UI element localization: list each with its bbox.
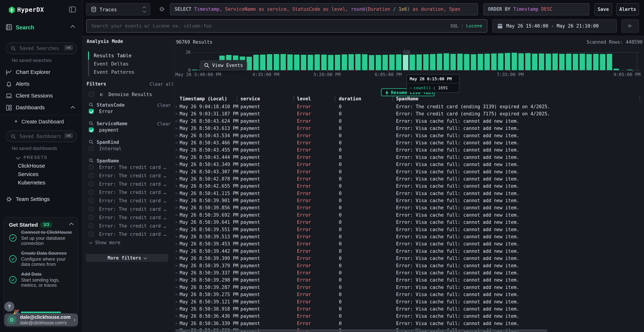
chart-bar[interactable] [192, 70, 198, 70]
filter-option[interactable]: Error: The credit card … [86, 214, 174, 223]
order-by-editor[interactable]: ORDER BY Timestamp DESC [483, 3, 589, 16]
column-resize-handle[interactable] [236, 96, 237, 101]
table-row[interactable]: May 26 8:50:41.115 PMpaymentError0Error:… [174, 190, 644, 197]
saved-searches-field[interactable] [20, 43, 61, 54]
table-row[interactable]: May 26 8:50:42.655 PMpaymentError0Error:… [174, 182, 644, 190]
saved-searches-input[interactable]: ⌘K [6, 42, 77, 54]
chart-bar[interactable] [260, 54, 266, 70]
checkbox-unchecked[interactable] [89, 146, 94, 151]
chart-bar[interactable] [607, 54, 612, 70]
filter-option[interactable]: Error: The credit card … [86, 198, 174, 206]
checkbox-unchecked[interactable] [89, 223, 94, 228]
table-row[interactable]: May 26 8:50:43.349 PMpaymentError0Error:… [174, 161, 644, 168]
create-dashboard-button[interactable]: + Create Dashboard [0, 118, 83, 126]
table-row[interactable]: May 26 8:50:42.878 PMpaymentError0Error:… [174, 175, 644, 182]
column-header-timestamp-local-[interactable]: Timestamp (Local) [180, 95, 240, 102]
chart-bar[interactable] [505, 53, 510, 70]
filter-group-clear[interactable]: Clear [157, 121, 171, 126]
chart-bar[interactable] [335, 55, 340, 70]
table-row[interactable]: May 26 8:50:39.513 PMpaymentError0Error:… [174, 233, 644, 240]
checkbox-unchecked[interactable] [89, 190, 94, 194]
chart-bar[interactable] [423, 54, 428, 70]
table-row[interactable]: May 26 8:50:43.455 PMpaymentError0Error:… [174, 146, 644, 154]
filter-option[interactable]: Error: The credit card … [86, 231, 174, 240]
filter-option[interactable]: Error [86, 108, 174, 115]
chart-bar[interactable] [573, 54, 578, 70]
filter-option[interactable]: Error: The credit card … [86, 206, 174, 214]
checkbox-unchecked[interactable] [89, 215, 94, 220]
table-row[interactable]: May 26 8:50:39.399 PMpaymentError0Error:… [174, 255, 644, 262]
chart-bar[interactable] [410, 54, 415, 70]
time-range-picker[interactable]: May 26 15:40:00 - May 26 21:10:00 [492, 19, 617, 32]
show-more-toggle[interactable]: Show more [86, 240, 174, 246]
checkbox-unchecked[interactable] [89, 164, 94, 170]
more-filters-button[interactable]: More filters [86, 254, 168, 262]
chart-bar[interactable] [580, 54, 585, 70]
chart-bar[interactable] [464, 54, 470, 70]
chevron-up-icon[interactable] [69, 222, 74, 227]
column-header-duration[interactable]: duration [339, 95, 396, 102]
table-row[interactable]: May 26 8:50:39.379 PMpaymentError0Error:… [174, 262, 644, 269]
preset-item-services[interactable]: Services [18, 171, 79, 178]
chart-bar[interactable] [416, 54, 422, 70]
table-row[interactable]: May 26 8:50:39.442 PMpaymentError0Error:… [174, 248, 644, 255]
column-header-service[interactable]: service [240, 95, 297, 102]
chart-bar[interactable] [328, 55, 334, 70]
chart-bar[interactable] [396, 54, 402, 70]
chart-bar[interactable] [308, 55, 313, 70]
table-row[interactable]: May 26 8:50:39.121 PMpaymentError0Error:… [174, 298, 644, 305]
chart-bar[interactable] [274, 54, 279, 70]
user-menu[interactable]: D dale@clickhouse.com dale@clickhouse.co… [4, 314, 78, 326]
chart-bar[interactable] [450, 54, 456, 70]
column-header-level[interactable]: level [297, 95, 339, 102]
chart-bar[interactable] [457, 54, 462, 70]
column-resize-handle[interactable] [294, 96, 294, 101]
checkbox-unchecked[interactable] [89, 173, 94, 178]
chart-bar[interactable] [444, 53, 449, 70]
table-row[interactable]: May 26 8:50:39.298 PMpaymentError0Error:… [174, 276, 644, 284]
chart-bar[interactable] [566, 54, 571, 70]
filter-group-clear[interactable]: Clear [157, 103, 171, 108]
help-button[interactable]: ? [4, 302, 14, 312]
table-row[interactable]: May 26 8:50:39.287 PMpaymentError0Error:… [174, 284, 644, 291]
table-row[interactable]: May 26 8:50:39.275 PMpaymentError0Error:… [174, 291, 644, 298]
filter-option[interactable]: Error: The credit card … [86, 223, 174, 231]
chart-bar[interactable] [593, 54, 598, 70]
chart-bar[interactable] [478, 54, 483, 70]
sidebar-item-team-settings[interactable]: Team Settings [0, 195, 83, 204]
filter-option[interactable]: Error: The credit card … [86, 164, 174, 172]
clear-all-filters[interactable]: Clear all [150, 82, 174, 87]
table-row[interactable]: May 26 9:04:18.410 PMpaymentError0Error:… [174, 103, 644, 110]
table-row[interactable]: May 26 8:50:39.901 PMpaymentError0Error:… [174, 197, 644, 204]
sidebar-item-dashboards[interactable]: Dashboards [0, 104, 83, 112]
table-row[interactable]: May 26 8:50:43.613 PMpaymentError0Error:… [174, 125, 644, 132]
get-started-item[interactable]: Connect to ClickHouseSet up your databas… [9, 230, 76, 246]
analysis-mode-results-table[interactable]: Results Table [88, 52, 170, 60]
chart-bar[interactable] [321, 54, 327, 70]
chart-bar[interactable] [614, 69, 619, 70]
checkbox-checked[interactable] [89, 127, 94, 132]
sidebar-item-alerts[interactable]: Alerts [0, 80, 83, 89]
chart-bar[interactable] [253, 55, 259, 70]
chart-bar[interactable] [586, 54, 592, 70]
save-button[interactable]: Save [594, 3, 612, 16]
filter-option[interactable]: Error: The credit card … [86, 172, 174, 181]
preset-item-kubernetes[interactable]: Kubernetes [18, 180, 79, 187]
column-resize-handle[interactable] [392, 96, 393, 101]
source-select[interactable]: Traces [86, 3, 150, 16]
table-row[interactable]: May 26 8:50:43.466 PMpaymentError0Error:… [174, 139, 644, 146]
sidebar-collapse-icon[interactable] [69, 6, 76, 12]
filter-option[interactable]: Internal [86, 146, 174, 152]
column-resize-handle[interactable] [639, 96, 640, 101]
chart-bar[interactable] [559, 54, 564, 70]
sidebar-item-client-sessions[interactable]: Client Sessions [0, 92, 83, 100]
filter-option[interactable]: Error: The credit card … [86, 181, 174, 190]
saved-dashboards-field[interactable] [20, 131, 61, 142]
chart-bar[interactable] [246, 57, 252, 70]
chart-bar[interactable] [301, 55, 306, 70]
table-row[interactable]: May 26 8:50:43.624 PMpaymentError0Error:… [174, 118, 644, 125]
chart-bar[interactable] [552, 54, 558, 70]
get-started-item[interactable]: Add DataStart sending logs, metrics, or … [9, 272, 76, 288]
event-search-input[interactable] [91, 20, 442, 32]
chart-bar[interactable] [280, 54, 286, 70]
